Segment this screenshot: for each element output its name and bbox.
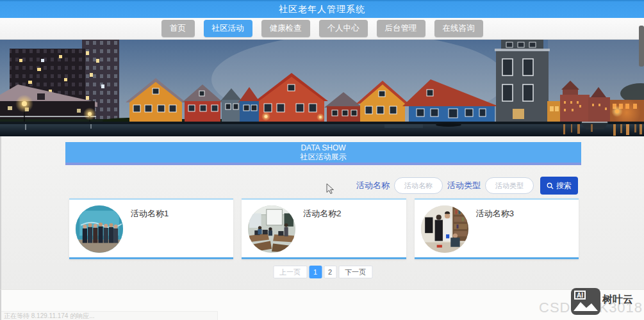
banner-title-zh: 社区活动展示	[301, 152, 347, 162]
section-banner: DATA SHOW 社区活动展示	[65, 142, 581, 165]
activity-type-input[interactable]	[485, 177, 534, 194]
activity-type-label: 活动类型	[447, 180, 481, 191]
activity-card-title: 活动名称2	[303, 208, 341, 220]
nav-button-personal-center[interactable]: 个人中心	[319, 20, 368, 37]
activity-card-title: 活动名称3	[476, 208, 514, 220]
scrollbar-thumb[interactable]	[639, 26, 644, 67]
nav-button-home[interactable]: 首页	[161, 20, 195, 37]
brand-logo-text: AI	[577, 292, 583, 299]
search-icon	[547, 182, 554, 189]
search-button[interactable]: 搜索	[540, 177, 578, 195]
activity-card-3[interactable]: 活动名称3	[415, 198, 579, 259]
search-bar: 活动名称 活动类型 搜索	[356, 177, 578, 195]
nav-button-health-check[interactable]: 健康检查	[261, 20, 310, 37]
watermark-prefix: CSD	[539, 300, 570, 316]
activity-card-1[interactable]: 活动名称1	[69, 198, 233, 259]
watermark: CSDK3018 AI 树叶云	[539, 288, 641, 317]
search-button-label: 搜索	[556, 180, 572, 191]
activity-name-input[interactable]	[394, 177, 443, 194]
app-header: 社区老年人管理系统	[0, 0, 644, 18]
pagination-page-1[interactable]: 1	[309, 266, 322, 278]
activity-name-label: 活动名称	[356, 180, 390, 191]
brand-logo-icon: AI	[571, 288, 600, 315]
activity-avatar-classroom	[248, 205, 295, 253]
pagination-next-button[interactable]: 下一页	[338, 266, 372, 278]
hero-photo	[0, 40, 644, 136]
pagination: 上一页 1 2 下一页	[273, 266, 372, 278]
nav-button-community-activity[interactable]: 社区活动	[204, 20, 252, 37]
nav-button-admin[interactable]: 后台管理	[377, 20, 425, 37]
hero-image	[0, 40, 644, 136]
activity-avatar-indoor	[421, 205, 468, 253]
brand-name: 树叶云	[602, 293, 633, 307]
app-title: 社区老年人管理系统	[279, 4, 365, 15]
banner-title-en: DATA SHOW	[301, 143, 345, 152]
activity-card-title: 活动名称1	[131, 208, 169, 220]
footer-band: CSDK3018 AI 树叶云 正在等待 8.129.11.174 的响应...	[0, 289, 644, 320]
activity-cards: 活动名称1	[69, 198, 579, 259]
pagination-page-2[interactable]: 2	[324, 266, 336, 278]
browser-status-text: 正在等待 8.129.11.174 的响应...	[1, 311, 218, 320]
main-nav: 首页 社区活动 健康检查 个人中心 后台管理 在线咨询	[0, 18, 644, 40]
main-content: DATA SHOW 社区活动展示 活动名称 活动类型 搜索	[0, 136, 644, 289]
activity-card-2[interactable]: 活动名称2	[242, 198, 406, 259]
activity-avatar-group-photo	[76, 205, 123, 253]
pagination-prev-button[interactable]: 上一页	[273, 266, 307, 278]
nav-button-online-consult[interactable]: 在线咨询	[434, 20, 483, 37]
